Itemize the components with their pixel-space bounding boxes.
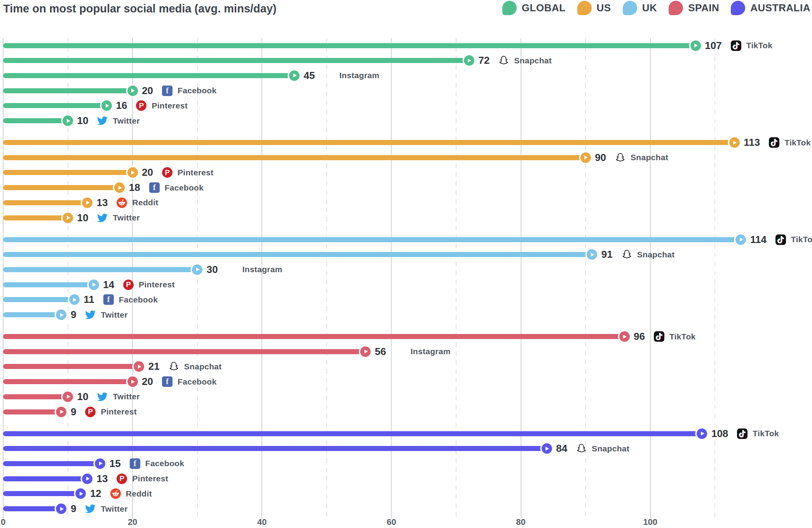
facebook-icon: f <box>149 182 160 193</box>
lollipop-head-play-icon <box>289 70 300 81</box>
twitter-icon <box>97 213 108 223</box>
bar <box>3 252 592 257</box>
lollipop-head-play-icon <box>95 458 105 469</box>
bar <box>3 506 61 511</box>
value-label: 113 <box>744 136 760 149</box>
x-axis-tick-label: 100 <box>643 517 657 527</box>
platform-icon-slot <box>110 488 121 499</box>
twitter-icon <box>85 504 96 514</box>
platform-icon-slot <box>395 346 406 357</box>
platform-name: TikTok <box>669 332 696 341</box>
lollipop-head-play-icon <box>63 392 73 402</box>
row-meta: 9PPinterest <box>71 405 137 418</box>
platform-icon-slot <box>576 443 587 454</box>
lollipop-head-play-icon <box>56 309 66 320</box>
value-label: 30 <box>207 264 218 276</box>
tiktok-icon <box>654 331 664 342</box>
platform-name: Snapchat <box>631 153 668 162</box>
lollipop-head-play-icon <box>101 100 112 111</box>
platform-name: Snapchat <box>637 250 675 259</box>
row-meta: 107TikTok <box>705 39 772 52</box>
tiktok-icon <box>775 234 786 245</box>
value-label: 72 <box>478 54 490 66</box>
platform-icon-slot <box>654 331 664 342</box>
platform-name: Instagram <box>339 71 379 80</box>
platform-name: Pinterest <box>152 101 188 110</box>
facebook-icon: f <box>162 86 173 96</box>
platform-name: Pinterest <box>132 474 168 483</box>
platform-name: Facebook <box>119 295 158 304</box>
lollipop-head-play-icon <box>114 182 125 193</box>
bar <box>3 58 469 63</box>
row-meta: 20fFacebook <box>142 375 216 388</box>
bar <box>3 312 61 317</box>
row-meta: 21Snapchat <box>148 360 222 373</box>
value-label: 10 <box>77 212 89 224</box>
bar <box>3 282 94 287</box>
platform-name: Twitter <box>113 392 139 401</box>
lollipop-head-play-icon <box>690 40 701 51</box>
platform-icon-slot <box>97 115 108 126</box>
platform-icon-slot: P <box>117 474 127 484</box>
chart-canvas: Time on most popular social media (avg. … <box>0 0 812 528</box>
bar <box>3 170 132 175</box>
row-meta: 9Twitter <box>71 308 128 322</box>
row-meta: 30Instagram <box>207 263 282 276</box>
row-meta: 18fFacebook <box>129 181 204 194</box>
row-meta: 72Snapchat <box>478 54 552 67</box>
platform-name: Snapchat <box>592 444 629 453</box>
row-meta: 84Snapchat <box>556 442 629 455</box>
platform-icon-slot: f <box>162 86 173 96</box>
platform-icon-slot <box>324 70 334 81</box>
snapchat-icon <box>498 55 509 66</box>
platform-icon-slot <box>622 249 632 260</box>
value-label: 20 <box>142 376 153 388</box>
bar <box>3 297 74 302</box>
platform-name: TikTok <box>784 138 811 147</box>
platform-name: Snapchat <box>184 362 222 371</box>
x-axis-tick-label: 40 <box>257 517 267 527</box>
x-axis-tick-label: 80 <box>516 517 525 527</box>
bar <box>3 461 100 466</box>
platform-name: TikTok <box>746 41 773 50</box>
row-meta: 56Instagram <box>375 345 451 358</box>
reddit-icon <box>110 488 121 499</box>
value-label: 114 <box>750 234 767 246</box>
platform-name: Pinterest <box>178 168 214 177</box>
gridline-dashed <box>714 38 715 519</box>
row-meta: 13Reddit <box>97 196 159 209</box>
twitter-icon <box>97 392 108 402</box>
value-label: 12 <box>90 488 101 500</box>
row-meta: 13PPinterest <box>97 472 169 485</box>
platform-icon-slot <box>731 40 741 51</box>
value-label: 20 <box>142 166 153 178</box>
platform-name: Snapchat <box>514 56 552 65</box>
value-label: 9 <box>71 406 76 418</box>
lollipop-head-play-icon <box>134 361 144 372</box>
platform-name: Facebook <box>165 183 204 192</box>
platform-icon-slot: P <box>85 407 96 417</box>
lollipop-head-play-icon <box>56 407 66 417</box>
platform-icon-slot <box>117 198 127 208</box>
platform-name: Facebook <box>178 86 216 95</box>
tiktok-icon <box>731 40 741 51</box>
row-meta: 96TikTok <box>634 330 695 343</box>
value-label: 13 <box>97 197 108 209</box>
pinterest-icon: P <box>123 280 134 290</box>
value-label: 56 <box>375 346 386 358</box>
facebook-icon: f <box>162 376 173 387</box>
platform-name: Instagram <box>411 347 451 356</box>
row-meta: 15fFacebook <box>110 457 184 470</box>
bar <box>3 215 68 220</box>
x-axis-tick-label: 20 <box>128 517 137 527</box>
lollipop-head-play-icon <box>56 504 66 514</box>
lollipop-head-play-icon <box>464 55 474 66</box>
value-label: 45 <box>304 70 315 82</box>
lollipop-head-play-icon <box>735 234 746 245</box>
lollipop-head-play-icon <box>697 428 707 439</box>
platform-name: Facebook <box>145 459 184 468</box>
value-label: 15 <box>110 458 121 470</box>
lollipop-head-play-icon <box>619 331 630 342</box>
value-label: 11 <box>84 294 94 306</box>
platform-icon-slot: P <box>136 100 146 111</box>
